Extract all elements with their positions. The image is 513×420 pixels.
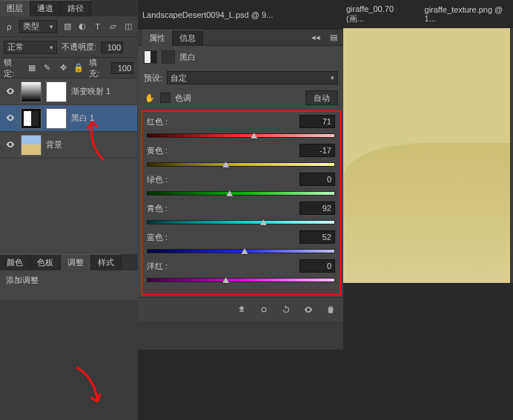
fill-input[interactable] <box>111 62 133 74</box>
blend-mode-value: 正常 <box>7 41 24 53</box>
slider-label: 绿色 : <box>147 174 168 185</box>
slider-track[interactable] <box>147 130 335 139</box>
auto-button[interactable]: 自动 <box>305 90 338 105</box>
filter-type-dropdown[interactable]: 类型 ▾ <box>19 20 58 33</box>
slider-cyan: 青色 :92 <box>147 201 335 226</box>
slider-value-input[interactable]: 0 <box>299 259 335 273</box>
mask-thumb <box>46 108 67 129</box>
layer-row[interactable]: 背景 <box>0 132 137 159</box>
slider-gradient <box>147 278 335 282</box>
slider-green: 绿色 :0 <box>147 173 335 197</box>
visibility-toggle[interactable] <box>4 113 16 124</box>
canvas-pasteboard <box>343 283 513 420</box>
lock-move-icon[interactable]: ✥ <box>58 62 69 74</box>
tab-paths[interactable]: 路径 <box>61 0 91 16</box>
canvas-preview[interactable] <box>343 28 510 283</box>
view-previous-icon[interactable] <box>258 304 270 316</box>
lock-transparent-icon[interactable]: ▦ <box>26 62 37 74</box>
search-icon: ρ <box>4 21 15 33</box>
adjustment-name: 黑白 <box>179 52 196 63</box>
mask-mode-icon[interactable] <box>162 50 175 64</box>
slider-yellow: 黄色 :-17 <box>147 144 335 168</box>
lock-all-icon[interactable]: 🔒 <box>73 62 85 74</box>
tab-channels[interactable]: 通道 <box>30 0 61 16</box>
lock-row: 锁定: ▦ ✎ ✥ 🔒 填充: <box>0 58 137 79</box>
collapse-icon[interactable]: ◂◂ <box>310 32 322 44</box>
tab-styles[interactable]: 样式 <box>91 254 122 270</box>
layer-name: 黑白 1 <box>71 113 94 124</box>
preset-value: 自定 <box>171 73 187 84</box>
slider-label: 洋红 : <box>147 261 168 272</box>
adjustment-title-row: 黑白 <box>138 46 344 68</box>
filter-shape-icon[interactable]: ▱ <box>107 21 119 33</box>
slider-value-input[interactable]: -17 <box>299 144 335 157</box>
tab-color[interactable]: 颜色 <box>0 254 30 270</box>
blend-mode-dropdown[interactable]: 正常 ▾ <box>4 41 57 54</box>
slider-track[interactable] <box>147 159 335 168</box>
bw-adjust-icon <box>144 50 157 64</box>
tab-swatch[interactable]: 色板 <box>30 254 61 270</box>
lock-label: 锁定: <box>4 57 21 79</box>
filter-row: ρ 类型 ▾ ▧ ◐ T ▱ ◫ <box>0 16 137 37</box>
slider-gradient <box>147 133 335 138</box>
panel-menu-icon[interactable]: ▤ <box>328 32 340 44</box>
filter-smart-icon[interactable]: ◫ <box>122 21 133 33</box>
reset-icon[interactable] <box>280 304 292 316</box>
slider-label: 蓝色 : <box>147 232 168 243</box>
tab-layers[interactable]: 图层 <box>0 0 30 16</box>
tint-checkbox[interactable] <box>160 93 171 103</box>
adjustment-thumb <box>21 108 42 129</box>
slider-label: 青色 : <box>147 203 168 214</box>
slider-gradient <box>147 249 335 253</box>
tab-properties[interactable]: 属性 <box>142 30 173 46</box>
slider-track[interactable] <box>147 217 335 226</box>
slider-label: 红色 : <box>147 116 168 127</box>
layer-row[interactable]: 黑白 1 <box>0 105 137 132</box>
visibility-toggle[interactable] <box>4 139 16 151</box>
toggle-visibility-icon[interactable] <box>302 304 314 316</box>
slider-gradient <box>147 191 335 196</box>
preset-row: 预设: 自定 ▾ <box>138 68 344 87</box>
preset-label: 预设: <box>144 73 162 84</box>
slider-gradient <box>147 162 335 167</box>
mask-thumb <box>46 81 67 102</box>
fill-label: 填充: <box>89 57 107 79</box>
filter-text-icon[interactable]: T <box>92 21 103 33</box>
slider-label: 黄色 : <box>147 145 168 156</box>
tab-info[interactable]: 信息 <box>173 30 203 46</box>
doc-tab-a[interactable]: LandscapeDesert0094_L.psd @ 9... <box>142 10 273 19</box>
image-thumb <box>21 135 42 156</box>
clip-icon[interactable] <box>236 304 248 316</box>
tint-label: 色调 <box>175 93 191 104</box>
doc-tab-b[interactable]: giraffe_00.70 (画... <box>346 4 411 24</box>
blend-row: 正常 ▾ 不透明度: <box>0 37 137 58</box>
doc-tab-c[interactable]: giraffe_texture.png @ 1... <box>425 5 513 23</box>
slider-value-input[interactable]: 0 <box>299 173 335 186</box>
chevron-down-icon: ▾ <box>50 44 53 51</box>
hand-icon[interactable]: ✋ <box>144 92 156 104</box>
slider-value-input[interactable]: 71 <box>299 115 335 128</box>
layers-panel: 图层 通道 路径 ρ 类型 ▾ ▧ ◐ T ▱ ◫ 正常 ▾ 不透明度: 锁定:… <box>0 0 137 300</box>
doc-tab-bar: LandscapeDesert0094_L.psd @ 9... <box>138 0 343 30</box>
annotation-arrow <box>72 360 110 411</box>
visibility-toggle[interactable] <box>4 86 16 98</box>
filter-adjust-icon[interactable]: ◐ <box>77 21 88 33</box>
slider-track[interactable] <box>147 188 335 197</box>
prop-panel-tabs: 属性 信息 ◂◂ ▤ <box>138 30 344 46</box>
trash-icon[interactable] <box>325 304 337 316</box>
opacity-input[interactable] <box>101 41 123 53</box>
layer-row[interactable]: 渐变映射 1 <box>0 79 137 105</box>
chevron-down-icon: ▾ <box>331 74 334 81</box>
slider-gradient <box>147 220 335 224</box>
tint-row: ✋ 色调 自动 <box>138 87 344 108</box>
slider-red: 红色 :71 <box>147 115 335 139</box>
tab-adjust[interactable]: 调整 <box>61 254 91 270</box>
filter-pixel-icon[interactable]: ▧ <box>62 21 73 33</box>
preset-dropdown[interactable]: 自定 ▾ <box>167 71 338 84</box>
layer-name: 渐变映射 1 <box>71 86 110 97</box>
slider-track[interactable] <box>147 246 335 255</box>
slider-value-input[interactable]: 52 <box>299 230 335 244</box>
slider-value-input[interactable]: 92 <box>299 201 335 215</box>
slider-track[interactable] <box>147 275 335 284</box>
lock-brush-icon[interactable]: ✎ <box>42 62 53 74</box>
